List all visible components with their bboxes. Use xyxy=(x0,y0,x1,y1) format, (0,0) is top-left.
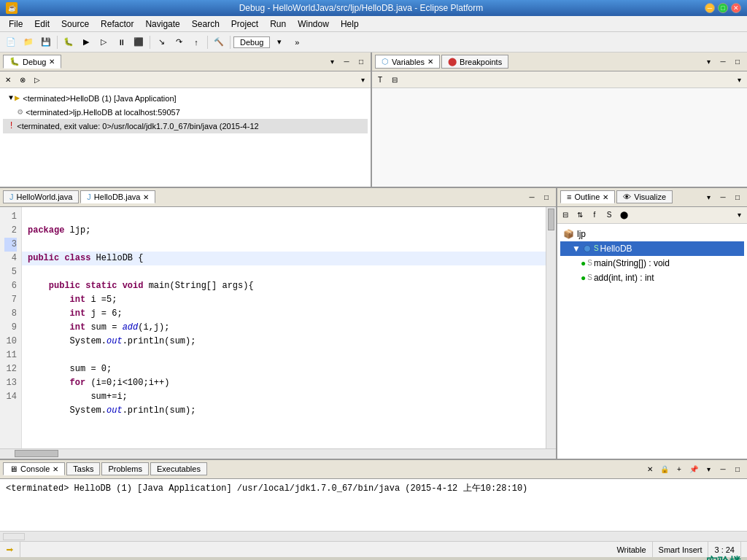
editor-tab-helloworld[interactable]: J HelloWorld.java xyxy=(3,190,79,203)
menu-bar: File Edit Source Refactor Navigate Searc… xyxy=(0,16,747,32)
problems-tab[interactable]: Problems xyxy=(101,462,148,475)
outline-view-menu-btn[interactable]: ▾ xyxy=(732,209,746,222)
disconnect-btn[interactable]: ⊗ xyxy=(16,73,29,86)
outline-item-main[interactable]: ● S main(String[]) : void xyxy=(560,256,744,271)
new-button[interactable]: 📄 xyxy=(3,34,19,50)
menu-refactor[interactable]: Refactor xyxy=(95,18,139,31)
expand-icon-class[interactable]: ▼ xyxy=(572,244,581,254)
outline-max-btn[interactable]: □ xyxy=(731,190,744,203)
var-panel-menu-btn[interactable]: ▾ xyxy=(702,55,715,69)
outline-item-add-label: add(int, int) : int xyxy=(594,273,654,283)
menu-window[interactable]: Window xyxy=(292,18,335,31)
resume-all-btn[interactable]: ▷ xyxy=(31,73,44,86)
outline-tab-close[interactable]: ✕ xyxy=(603,193,608,201)
console-hscroll-thumb[interactable] xyxy=(3,533,25,540)
bottom-bar: ⬡ 应用程序菜单 实验楼 shiyanloucom xyxy=(0,557,747,560)
app-icon: ☕ xyxy=(6,2,18,14)
editor-max-btn[interactable]: □ xyxy=(540,190,553,203)
line-10-code: sum = 0; xyxy=(28,364,112,374)
console-menu-btn[interactable]: ▾ xyxy=(702,462,715,475)
expand-icon-0[interactable]: ▼ xyxy=(9,94,13,102)
debug-config-button[interactable]: 🐛 xyxy=(61,34,77,50)
menu-run[interactable]: Run xyxy=(264,18,292,31)
save-button[interactable]: 💾 xyxy=(38,34,54,50)
debug-item-2[interactable]: ! <terminated, exit value: 0>/usr/local/… xyxy=(3,119,368,133)
maximize-button[interactable]: □ xyxy=(718,3,728,13)
console-tab[interactable]: 🖥 Console ✕ xyxy=(3,462,65,475)
debug-tab[interactable]: 🐛 Debug ✕ xyxy=(3,55,61,69)
executables-tab[interactable]: Executables xyxy=(150,462,207,475)
code-content[interactable]: package ljp; public class HelloDB { publ… xyxy=(22,207,546,448)
terminate-button[interactable]: ⬛ xyxy=(131,34,147,50)
resume-button[interactable]: ▷ xyxy=(96,34,112,50)
outline-menu-btn[interactable]: ▾ xyxy=(702,190,715,203)
step-return-button[interactable]: ↑ xyxy=(188,34,204,50)
console-pin-btn[interactable]: 📌 xyxy=(687,462,700,475)
menu-file[interactable]: File xyxy=(3,18,28,31)
console-clear-btn[interactable]: ✕ xyxy=(643,462,657,475)
class-icon xyxy=(584,245,591,252)
menu-search[interactable]: Search xyxy=(186,18,225,31)
run-button[interactable]: ▶ xyxy=(78,34,94,50)
menu-project[interactable]: Project xyxy=(225,18,264,31)
debug-panel-max-btn[interactable]: □ xyxy=(355,55,368,69)
variables-tab-close[interactable]: ✕ xyxy=(427,58,433,66)
debug-panel-min-btn[interactable]: ─ xyxy=(340,55,353,69)
outline-item-ljp[interactable]: 📦 ljp xyxy=(560,227,744,241)
editor-hscroll-thumb[interactable] xyxy=(15,450,58,457)
debug-panel-menu-btn[interactable]: ▾ xyxy=(325,55,338,69)
var-panel-min-btn[interactable]: ─ xyxy=(716,55,729,69)
step-over-button[interactable]: ↷ xyxy=(171,34,187,50)
editor-tab-hellodb[interactable]: J HelloDB.java ✕ xyxy=(80,190,155,203)
perspective-label[interactable]: Debug xyxy=(233,36,270,48)
menu-edit[interactable]: Edit xyxy=(28,18,55,31)
show-type-names-btn[interactable]: T xyxy=(374,73,387,86)
hellodb-tab-close[interactable]: ✕ xyxy=(143,193,149,201)
editor-vscroll[interactable] xyxy=(546,207,556,448)
remove-all-terminated-btn[interactable]: ✕ xyxy=(1,73,15,86)
view-menu-btn[interactable]: ▾ xyxy=(356,73,369,86)
perspective-menu-button[interactable]: ▾ xyxy=(271,34,287,50)
outline-item-add[interactable]: ● S add(int, int) : int xyxy=(560,271,744,285)
debug-item-1[interactable]: ⚙ <terminated>ljp.HelloDB at localhost:5… xyxy=(3,105,368,119)
outline-tab[interactable]: ≡ Outline ✕ xyxy=(560,190,615,203)
console-min-btn[interactable]: ─ xyxy=(716,462,729,475)
build-button[interactable]: 🔨 xyxy=(211,34,227,50)
line-3-code: public class HelloDB { xyxy=(22,252,546,265)
console-scroll-lock-btn[interactable]: 🔒 xyxy=(658,462,671,475)
perspectives-button[interactable]: » xyxy=(289,34,305,50)
tasks-tab[interactable]: Tasks xyxy=(66,462,100,475)
show-only-main-type-btn[interactable]: ⬤ xyxy=(617,209,630,222)
close-button[interactable]: ✕ xyxy=(731,3,741,13)
var-panel-max-btn[interactable]: □ xyxy=(731,55,744,69)
collapse-all-outline-btn[interactable]: ⊟ xyxy=(559,209,572,222)
editor-hscroll[interactable] xyxy=(0,448,556,459)
editor-vscroll-thumb[interactable] xyxy=(548,209,554,230)
outline-item-hellodb[interactable]: ▼ S HelloDB xyxy=(560,241,744,256)
menu-navigate[interactable]: Navigate xyxy=(139,18,185,31)
console-new-btn[interactable]: + xyxy=(673,462,686,475)
var-view-menu[interactable]: ▾ xyxy=(732,73,746,86)
console-tab-close[interactable]: ✕ xyxy=(53,465,58,473)
variables-tab[interactable]: ⬡ Variables ✕ xyxy=(375,55,440,69)
debug-tab-close[interactable]: ✕ xyxy=(49,58,55,66)
debug-item-0[interactable]: ▼ ▶ <terminated>HelloDB (1) [Java Applic… xyxy=(3,91,368,105)
hide-static-btn[interactable]: S xyxy=(603,209,616,222)
line-1-code: package ljp; xyxy=(28,225,90,236)
collapse-all-btn[interactable]: ⊟ xyxy=(388,73,401,86)
step-into-button[interactable]: ↘ xyxy=(153,34,169,50)
menu-help[interactable]: Help xyxy=(335,18,365,31)
suspend-button[interactable]: ⏸ xyxy=(113,34,129,50)
minimize-button[interactable]: ─ xyxy=(705,3,715,13)
sort-outline-btn[interactable]: ⇅ xyxy=(573,209,587,222)
open-button[interactable]: 📁 xyxy=(20,34,36,50)
visualize-tab[interactable]: 👁 Visualize xyxy=(616,190,673,203)
menu-source[interactable]: Source xyxy=(55,18,95,31)
console-hscroll[interactable] xyxy=(0,531,747,541)
breakpoints-tab[interactable]: ⬤ Breakpoints xyxy=(441,55,508,69)
hide-fields-btn[interactable]: f xyxy=(588,209,601,222)
line-9-code xyxy=(28,350,33,360)
console-max-btn[interactable]: □ xyxy=(731,462,744,475)
editor-min-btn[interactable]: ─ xyxy=(525,190,538,203)
outline-min-btn[interactable]: ─ xyxy=(716,190,729,203)
